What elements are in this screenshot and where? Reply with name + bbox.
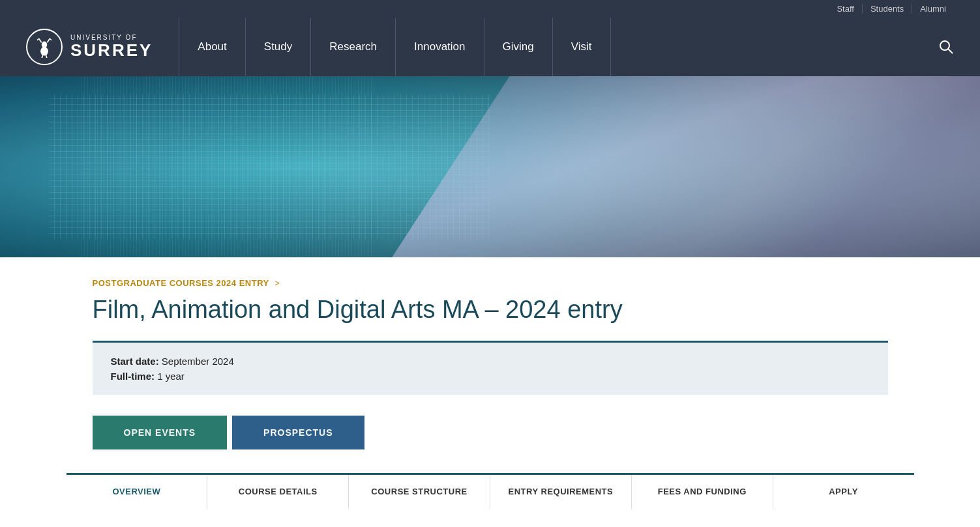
utility-bar: Staff Students Alumni [0, 0, 980, 18]
main-content: POSTGRADUATE COURSES 2024 ENTRY > Film, … [67, 277, 914, 509]
tab-overview[interactable]: OVERVIEW [67, 475, 208, 509]
search-button[interactable] [920, 39, 954, 55]
tab-fees-funding[interactable]: FEES AND FUNDING [632, 475, 773, 509]
nav-giving[interactable]: Giving [484, 18, 553, 76]
logo-text: UNIVERSITY OF SURREY [70, 34, 153, 60]
nav-items: About Study Research Innovation Giving V… [179, 18, 920, 76]
nav-research[interactable]: Research [311, 18, 396, 76]
deer-icon [33, 36, 55, 58]
tab-nav: OVERVIEWCOURSE DETAILSCOURSE STRUCTUREEN… [67, 473, 914, 509]
start-date-label: Start date: [111, 356, 159, 367]
tab-course-structure[interactable]: COURSE STRUCTURE [349, 475, 490, 509]
svg-point-1 [42, 42, 48, 48]
nav-visit[interactable]: Visit [553, 18, 611, 76]
main-nav: UNIVERSITY OF SURREY About Study Researc… [0, 18, 980, 76]
svg-point-0 [40, 47, 48, 56]
page-title: Film, Animation and Digital Arts MA – 20… [93, 295, 888, 325]
course-info-box: Start date: September 2024 Full-time: 1 … [93, 341, 888, 395]
breadcrumb: POSTGRADUATE COURSES 2024 ENTRY > [93, 277, 888, 289]
breadcrumb-separator: > [275, 278, 280, 288]
tab-entry-requirements[interactable]: ENTRY REQUIREMENTS [490, 475, 632, 509]
fulltime-row: Full-time: 1 year [111, 371, 870, 382]
action-buttons: OPEN EVENTS PROSPECTUS [93, 416, 888, 449]
start-date-row: Start date: September 2024 [111, 356, 870, 367]
start-date-value: September 2024 [162, 356, 234, 367]
logo-circle [26, 29, 63, 65]
staff-link[interactable]: Staff [829, 4, 863, 14]
alumni-link[interactable]: Alumni [912, 4, 954, 14]
svg-point-10 [940, 41, 949, 50]
students-link[interactable]: Students [863, 4, 912, 14]
prospectus-button[interactable]: PROSPECTUS [232, 416, 364, 449]
fulltime-value: 1 year [157, 371, 185, 382]
nav-study[interactable]: Study [246, 18, 311, 76]
search-icon [938, 39, 954, 55]
svg-line-9 [46, 55, 48, 58]
nav-about[interactable]: About [179, 18, 245, 76]
svg-line-8 [42, 55, 43, 58]
tab-course-details[interactable]: COURSE DETAILS [207, 475, 349, 509]
surrey-label: SURREY [70, 41, 153, 60]
open-events-button[interactable]: OPEN EVENTS [93, 416, 228, 449]
tab-apply[interactable]: APPLY [773, 475, 914, 509]
nav-innovation[interactable]: Innovation [396, 18, 484, 76]
hero-image [0, 76, 980, 257]
svg-line-11 [949, 50, 953, 54]
hero-light-strips [78, 76, 372, 257]
logo[interactable]: UNIVERSITY OF SURREY [26, 29, 153, 65]
fulltime-label: Full-time: [111, 371, 155, 382]
breadcrumb-link[interactable]: POSTGRADUATE COURSES 2024 ENTRY [93, 278, 269, 288]
